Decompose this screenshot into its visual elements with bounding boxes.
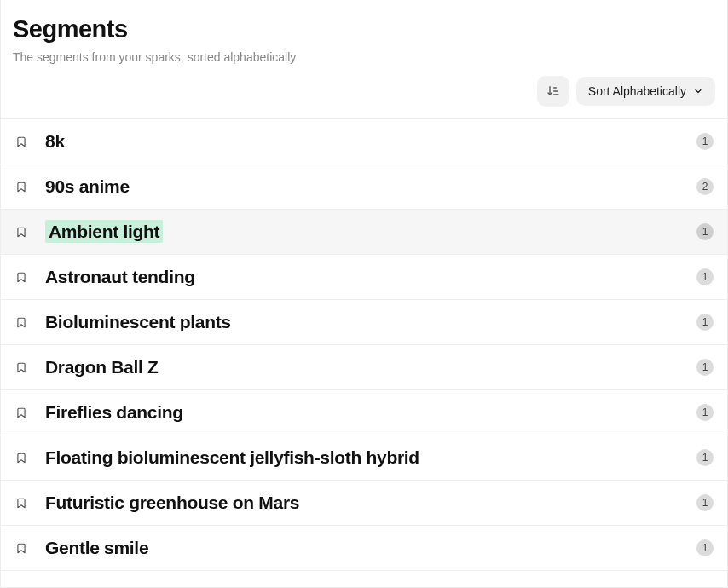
segment-row[interactable]: Bioluminescent plants1	[1, 300, 727, 345]
bookmark-icon[interactable]	[14, 133, 28, 150]
bookmark-icon[interactable]	[14, 178, 28, 195]
segment-label: Astronaut tending	[45, 267, 679, 287]
count-badge: 1	[696, 359, 714, 376]
segment-label: Ambient light	[45, 222, 679, 242]
segments-list: 8k190s anime2 Ambient light 1Astronaut t…	[1, 118, 727, 571]
segment-row[interactable]: Futuristic greenhouse on Mars1	[1, 481, 727, 526]
segment-row[interactable]: Fireflies dancing1	[1, 390, 727, 435]
page-title: Segments	[13, 15, 715, 43]
count-badge: 1	[696, 268, 714, 285]
segment-row[interactable]: 8k1	[1, 119, 727, 164]
bookmark-icon[interactable]	[14, 404, 28, 421]
segment-label: Bioluminescent plants	[45, 312, 679, 332]
bookmark-icon[interactable]	[14, 223, 28, 240]
sort-dropdown-label: Sort Alphabetically	[588, 84, 686, 98]
sort-order-button[interactable]	[537, 76, 569, 107]
count-badge: 1	[696, 133, 714, 150]
segment-label: Dragon Ball Z	[45, 357, 679, 378]
segment-label: Floating bioluminescent jellyfish-sloth …	[45, 447, 679, 468]
bookmark-icon[interactable]	[14, 494, 28, 511]
controls-bar: Sort Alphabetically	[1, 71, 727, 118]
count-badge: 1	[696, 449, 714, 466]
bookmark-icon[interactable]	[14, 449, 28, 466]
segment-row[interactable]: Dragon Ball Z1	[1, 345, 727, 390]
segment-row[interactable]: 90s anime2	[1, 164, 727, 210]
segment-label: Gentle smile	[45, 538, 679, 558]
segment-row[interactable]: Astronaut tending1	[1, 255, 727, 300]
segment-row[interactable]: Floating bioluminescent jellyfish-sloth …	[1, 435, 727, 481]
segment-row[interactable]: Ambient light 1	[1, 210, 727, 255]
page-header: Segments The segments from your sparks, …	[1, 0, 727, 71]
segment-row[interactable]: Gentle smile1	[1, 526, 727, 571]
sort-ascending-icon	[546, 84, 560, 98]
bookmark-icon[interactable]	[14, 359, 28, 376]
segment-label: Futuristic greenhouse on Mars	[45, 493, 679, 513]
count-badge: 1	[696, 223, 714, 240]
sort-dropdown[interactable]: Sort Alphabetically	[576, 77, 715, 106]
segment-label: Fireflies dancing	[45, 402, 679, 423]
main-container: Segments The segments from your sparks, …	[0, 0, 728, 588]
chevron-down-icon	[693, 86, 703, 96]
bookmark-icon[interactable]	[14, 314, 28, 331]
bookmark-icon[interactable]	[14, 268, 28, 285]
page-subtitle: The segments from your sparks, sorted al…	[13, 50, 715, 64]
count-badge: 2	[696, 178, 714, 195]
count-badge: 1	[696, 539, 714, 556]
count-badge: 1	[696, 404, 714, 421]
count-badge: 1	[696, 314, 714, 331]
bookmark-icon[interactable]	[14, 539, 28, 556]
count-badge: 1	[696, 494, 714, 511]
segment-label: 8k	[45, 131, 679, 152]
segment-label: 90s anime	[45, 176, 679, 197]
